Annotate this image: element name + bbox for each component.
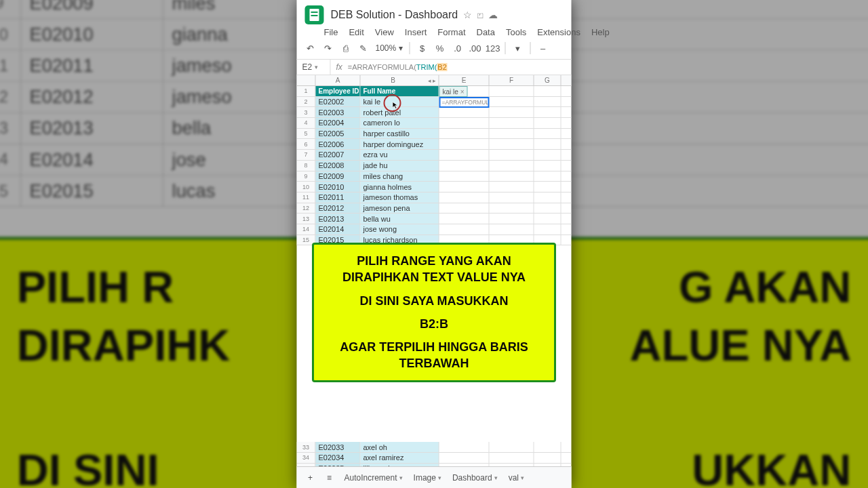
undo-button[interactable]: ↶: [302, 40, 319, 56]
percent-button[interactable]: %: [432, 40, 448, 56]
menu-help[interactable]: Help: [591, 27, 610, 37]
col-header[interactable]: G: [534, 75, 561, 85]
active-cell-e2[interactable]: =ARRAYFORMULA(TRIM(B2: [439, 97, 490, 108]
sheet-tab-val[interactable]: val▾: [505, 470, 528, 485]
formula-input[interactable]: =ARRAYFORMULA(TRIM(B2: [348, 63, 448, 71]
paint-format-button[interactable]: ✎: [355, 40, 372, 56]
formula-preview-tooltip: kai le×: [439, 86, 468, 97]
table-row[interactable]: 3E02003robert patel: [297, 107, 572, 118]
menu-file[interactable]: File: [324, 27, 338, 37]
table-row[interactable]: 33E02033axel oh: [297, 442, 572, 453]
menu-view[interactable]: View: [375, 27, 394, 37]
table-row[interactable]: 35E02035liliana chang: [297, 464, 572, 466]
menu-format[interactable]: Format: [437, 27, 465, 37]
sheet-tabs: + ≡ AutoIncrement▾Image▾Dashboard▾val▾: [297, 466, 572, 488]
table-row[interactable]: 4E02004cameron lo: [297, 118, 572, 129]
titlebar: DEB Solution - Dashboard ☆ ⏍ ☁: [297, 0, 572, 26]
menu-bar: FileEditViewInsertFormatDataToolsExtensi…: [297, 27, 572, 37]
font-dropdown[interactable]: ▾: [510, 40, 526, 56]
fx-icon: fx: [331, 62, 348, 72]
more-formats-button[interactable]: 123: [485, 40, 501, 56]
doc-title[interactable]: DEB Solution - Dashboard ☆ ⏍ ☁: [331, 9, 564, 21]
star-icon[interactable]: ☆: [463, 9, 472, 20]
col-header[interactable]: F: [490, 75, 534, 85]
table-row[interactable]: 8E02008jade hu: [297, 161, 572, 171]
table-row[interactable]: 13E02013bella wu: [297, 214, 572, 224]
increase-decimal-button[interactable]: .00: [467, 40, 484, 56]
name-box[interactable]: E2▾: [297, 60, 331, 75]
minus-button[interactable]: –: [535, 40, 551, 56]
menu-extensions[interactable]: Extensions: [537, 27, 580, 37]
col-header[interactable]: B: [361, 75, 426, 85]
menu-insert[interactable]: Insert: [405, 27, 427, 37]
table-row[interactable]: 1Employee IDFull Name: [297, 86, 572, 97]
all-sheets-button[interactable]: ≡: [321, 473, 338, 483]
redo-button[interactable]: ↷: [320, 40, 336, 56]
table-row[interactable]: 7E02007ezra vu: [297, 150, 572, 161]
sheet-tab-image[interactable]: Image▾: [410, 470, 446, 485]
col-header[interactable]: A: [316, 75, 361, 85]
print-button[interactable]: ⎙: [338, 40, 354, 56]
sheet-tab-autoincrement[interactable]: AutoIncrement▾: [340, 470, 407, 485]
close-icon[interactable]: ×: [460, 88, 465, 96]
sheets-logo-icon: [305, 5, 324, 24]
table-row[interactable]: 5E02005harper castillo: [297, 129, 572, 140]
move-icon[interactable]: ⏍: [477, 9, 483, 20]
formula-bar: E2▾ fx =ARRAYFORMULA(TRIM(B2: [297, 60, 572, 75]
table-row[interactable]: 6E02006harper dominguez: [297, 139, 572, 150]
menu-edit[interactable]: Edit: [349, 27, 363, 37]
table-row[interactable]: 2E02002kai le: [297, 97, 572, 108]
table-row[interactable]: 9E02009miles chang: [297, 171, 572, 182]
currency-button[interactable]: $: [414, 40, 431, 56]
sheet-tab-dashboard[interactable]: Dashboard▾: [448, 470, 502, 485]
toolbar: ↶ ↷ ⎙ ✎ 100% ▾ $ % .0 .00 123 ▾ –: [297, 37, 572, 60]
column-headers: A B ◂ ▸ E F G: [297, 75, 572, 86]
cloud-icon: ☁: [488, 9, 498, 20]
table-row[interactable]: 11E02011jameson thomas: [297, 192, 572, 203]
menu-tools[interactable]: Tools: [506, 27, 526, 37]
zoom-select[interactable]: 100% ▾: [373, 43, 406, 53]
table-row[interactable]: 12E02012jameson pena: [297, 203, 572, 214]
table-row[interactable]: 14E02014jose wong: [297, 224, 572, 235]
table-row[interactable]: 10E02010gianna holmes: [297, 182, 572, 192]
instruction-overlay: PILIH RANGE YANG AKAN DIRAPIHKAN TEXT VA…: [312, 243, 556, 382]
menu-data[interactable]: Data: [477, 27, 495, 37]
col-header[interactable]: E: [439, 75, 490, 85]
add-sheet-button[interactable]: +: [302, 473, 319, 483]
decrease-decimal-button[interactable]: .0: [450, 40, 466, 56]
table-row[interactable]: 34E02034axel ramirez: [297, 453, 572, 464]
